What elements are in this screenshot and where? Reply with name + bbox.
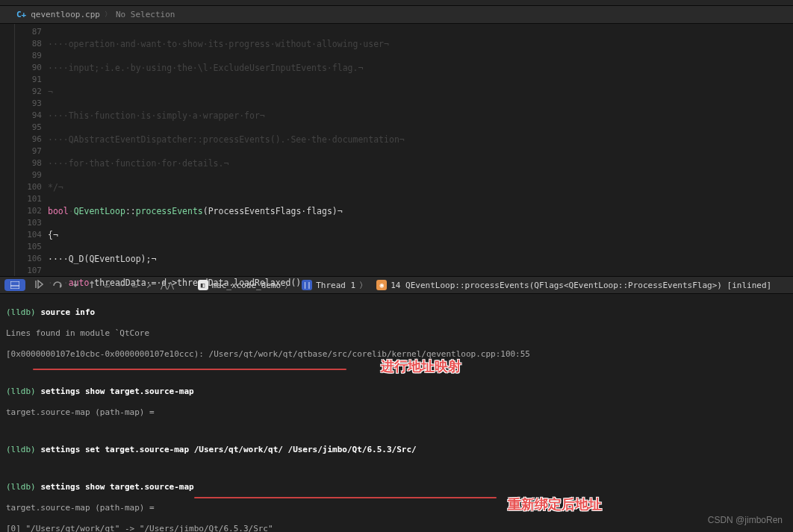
debug-icon-3[interactable]: ▭: [132, 281, 137, 290]
step-over-button[interactable]: [52, 280, 63, 291]
target-button[interactable]: ◧ mac_xcode_demo 〉: [198, 280, 293, 291]
thread-icon: ||: [302, 280, 312, 290]
frame-button[interactable]: ◉ 14 QEventLoop::processEvents(QFlags<QE…: [376, 280, 771, 290]
chevron-right-icon: 〉: [105, 10, 111, 19]
line-numbers: 8788899091929394959697989910010110210310…: [15, 24, 48, 276]
thread-button[interactable]: || Thread 1 〉: [302, 280, 367, 291]
breadcrumb-file[interactable]: qeventloop.cpp: [31, 10, 100, 19]
underline-annotation-2: [194, 497, 497, 498]
console-toggle[interactable]: [4, 279, 25, 291]
svg-marker-8: [90, 281, 94, 284]
app-icon: ◧: [198, 280, 208, 290]
debug-icon-2[interactable]: ✂: [119, 281, 124, 290]
lldb-console[interactable]: (lldb) source info Lines found in module…: [0, 294, 793, 532]
code-editor[interactable]: 8788899091929394959697989910010110210310…: [0, 24, 793, 276]
debug-icon-1[interactable]: ▭: [105, 281, 110, 290]
breadcrumb-selection: No Selection: [116, 10, 175, 19]
svg-marker-6: [73, 284, 78, 287]
breadcrumb[interactable]: C+ qeventloop.cpp 〉 No Selection: [0, 6, 793, 24]
step-into-button[interactable]: [72, 280, 79, 291]
watermark: CSDN @jimboRen: [708, 515, 783, 525]
frame-icon: ◉: [376, 280, 387, 290]
underline-annotation-1: [33, 369, 346, 370]
code-area[interactable]: ····operation·and·want·to·show·its·progr…: [48, 24, 793, 276]
svg-marker-3: [38, 281, 43, 288]
continue-button[interactable]: [34, 280, 43, 291]
svg-rect-0: [10, 281, 19, 289]
annotation-text-1: 进行地址映射: [381, 361, 461, 372]
chevron-right-icon: 〉: [359, 280, 367, 291]
fold-gutter[interactable]: [0, 24, 15, 276]
tab-bar: [0, 0, 793, 6]
step-out-button[interactable]: [88, 280, 96, 291]
debug-icon-4[interactable]: ↗: [146, 281, 152, 290]
chevron-right-icon: 〉: [284, 280, 293, 291]
debug-icon-5[interactable]: ⋀⋀: [161, 281, 174, 290]
cpp-file-icon: C+: [16, 10, 26, 19]
annotation-text-2: 重新绑定后地址: [508, 499, 602, 510]
